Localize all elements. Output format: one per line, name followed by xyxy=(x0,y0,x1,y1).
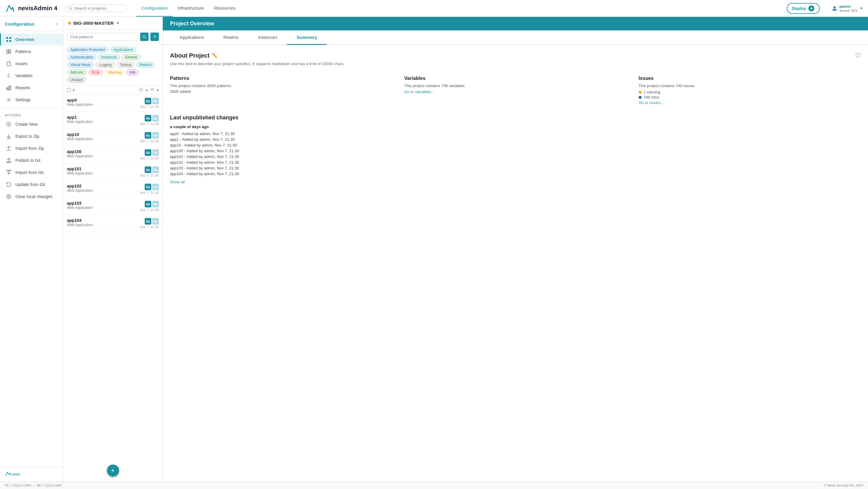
tag-warning[interactable]: Warning xyxy=(104,69,124,75)
sidebar-item-import-zip[interactable]: Import from Zip xyxy=(0,142,63,154)
about-info-icon[interactable] xyxy=(855,53,861,59)
about-project-title: About Project xyxy=(170,52,210,59)
nav-resources[interactable]: Resources xyxy=(209,0,241,17)
table-row[interactable]: app104 Web Application Ap Ap Nov 7, 21:3… xyxy=(63,215,162,232)
stat-issues-details: 1 warning 748 infos xyxy=(639,90,861,99)
search-box[interactable] xyxy=(64,4,127,12)
tag-info[interactable]: Info xyxy=(126,69,139,75)
tab-instances[interactable]: Instances xyxy=(248,30,287,45)
svg-rect-4 xyxy=(9,37,11,39)
sidebar-variables-label: Variables xyxy=(16,73,33,78)
tab-applications[interactable]: Applications xyxy=(170,30,214,45)
tag-authentication[interactable]: Authentication xyxy=(67,54,96,60)
select-all-checkbox[interactable] xyxy=(67,88,71,92)
nav-configuration[interactable]: Configuration xyxy=(136,0,173,17)
user-icon xyxy=(832,6,837,11)
issue-info: 748 infos xyxy=(639,95,861,99)
pattern-date: Nov 7, 21:30 xyxy=(140,105,159,109)
user-area[interactable]: admin Tenant: DEV ▼ xyxy=(832,4,863,12)
patterns-search-button[interactable] xyxy=(140,33,149,41)
pattern-name: app100 xyxy=(67,149,138,154)
sidebar-item-patterns[interactable]: Patterns xyxy=(0,45,63,58)
grid-icon xyxy=(6,36,12,42)
pattern-type: Web Application xyxy=(67,120,138,124)
patterns-search-bar xyxy=(63,30,162,44)
sidebar-update-git-label: Update from Git xyxy=(16,182,45,187)
patterns-panel: BIG-3000-MASTER ▼ xyxy=(63,17,163,482)
footer-versions: FE 7.2311.0-1062 – BE 7.2311.0.692 xyxy=(5,484,61,487)
show-all-link[interactable]: Show all xyxy=(170,180,185,184)
about-project-header: About Project ✏️ xyxy=(170,52,861,59)
table-row[interactable]: app1 Web Application Ap Ap Nov 7, 21:30 xyxy=(63,112,162,129)
go-to-variables-link[interactable]: Go to Variables... xyxy=(404,90,434,94)
user-info: admin Tenant: DEV xyxy=(839,4,858,12)
tag-logging[interactable]: Logging xyxy=(96,62,115,68)
svg-line-36 xyxy=(141,90,142,90)
table-row[interactable]: app10 Web Application Ap Ap Nov 7, 21:30 xyxy=(63,129,162,146)
table-row[interactable]: app103 Web Application Ap Ap Nov 7, 21:3… xyxy=(63,198,162,215)
chevron-down-small-icon[interactable]: ▾ xyxy=(146,88,148,93)
sidebar-item-overview[interactable]: Overview xyxy=(0,33,63,45)
tag-instances[interactable]: Instances xyxy=(98,54,120,60)
patterns-filter-button[interactable] xyxy=(150,33,159,41)
list-dropdown-icon[interactable]: ▾ xyxy=(157,88,159,93)
tag-generic[interactable]: Generic xyxy=(121,54,141,60)
deploy-button[interactable]: Deploy xyxy=(786,3,820,14)
tag-virtual-hosts[interactable]: Virtual Hosts xyxy=(67,62,94,68)
tag-add-ons[interactable]: Add-ons xyxy=(67,69,87,75)
go-to-issues-link[interactable]: Go to Issues... xyxy=(639,100,664,105)
sidebar-item-issues[interactable]: Issues xyxy=(0,58,63,70)
list-view-icon[interactable] xyxy=(150,87,154,93)
badge-1: Ap xyxy=(145,201,151,207)
project-dropdown-icon[interactable]: ▼ xyxy=(116,21,120,25)
badge-2: Ap xyxy=(152,98,159,104)
badge-1: Ap xyxy=(145,115,151,122)
clock-icon[interactable] xyxy=(139,87,143,93)
tag-realms[interactable]: Realms xyxy=(136,62,155,68)
sidebar-collapse-icon[interactable]: « xyxy=(56,21,58,27)
tag-unused[interactable]: Unused xyxy=(67,77,86,83)
sidebar-item-export-zip[interactable]: Export to Zip xyxy=(0,130,63,142)
stat-patterns: Patterns This project contains 3000 patt… xyxy=(170,76,392,105)
pattern-name: app0 xyxy=(67,98,138,102)
warning-dot xyxy=(639,91,642,94)
tag-testing[interactable]: Testing xyxy=(117,62,135,68)
checkbox-dropdown-icon[interactable]: ▾ xyxy=(73,88,75,93)
tag-application-protection[interactable]: Application Protection xyxy=(67,47,108,53)
pattern-type: Web Application xyxy=(67,171,138,176)
nav-infrastructure[interactable]: Infrastructure xyxy=(173,0,209,17)
table-row[interactable]: app0 Web Application Ap Ap Nov 7, 21:30 xyxy=(63,95,162,112)
table-row[interactable]: app101 Web Application Ap Ap Nov 7, 21:3… xyxy=(63,163,162,181)
sidebar-item-update-git[interactable]: Update from Git xyxy=(0,179,63,190)
tag-filters: Application Protection Applications Auth… xyxy=(63,44,162,86)
pattern-badges: Ap Ap xyxy=(145,218,159,224)
tab-summary[interactable]: Summary xyxy=(287,30,327,45)
sidebar-item-create-new[interactable]: Create New xyxy=(0,118,63,130)
tab-realms[interactable]: Realms xyxy=(214,30,248,45)
pattern-name: app101 xyxy=(67,166,138,171)
tag-applications[interactable]: Applications xyxy=(110,47,136,53)
table-row[interactable]: app102 Web Application Ap Ap Nov 7, 21:3… xyxy=(63,181,162,198)
sidebar-item-publish-git[interactable]: Publish to Git xyxy=(0,154,63,166)
change-item: app100 - Added by admin, Nov 7, 21:30 xyxy=(170,149,861,153)
about-project-section: About Project ✏️ Use this field to descr… xyxy=(170,52,861,66)
tag-error[interactable]: Error xyxy=(89,69,103,75)
badge-1: Ap xyxy=(145,98,151,104)
sidebar-item-reports[interactable]: Reports xyxy=(0,82,63,94)
table-row[interactable]: app100 Web Application Ap Ap Nov 7, 21:3… xyxy=(63,146,162,163)
svg-rect-11 xyxy=(8,87,9,90)
sidebar-item-settings[interactable]: Settings xyxy=(0,94,63,106)
badge-2: Ap xyxy=(152,132,159,139)
add-pattern-button[interactable]: + xyxy=(107,465,119,477)
sidebar-item-variables[interactable]: Variables xyxy=(0,70,63,82)
about-project-description: Use this field to describe your project … xyxy=(170,61,861,66)
search-input[interactable] xyxy=(74,6,123,10)
sidebar-reports-label: Reports xyxy=(16,85,30,90)
sidebar-item-clear-local[interactable]: Clear local changes xyxy=(0,190,63,203)
toolbar-icons: ▾ ▾ xyxy=(139,87,159,93)
patterns-search-input[interactable] xyxy=(67,33,138,41)
edit-icon[interactable]: ✏️ xyxy=(212,53,218,59)
sidebar-item-import-git[interactable]: Import from Git xyxy=(0,166,63,179)
info-count: 748 infos xyxy=(644,95,659,99)
plus-circle-icon xyxy=(6,121,12,127)
